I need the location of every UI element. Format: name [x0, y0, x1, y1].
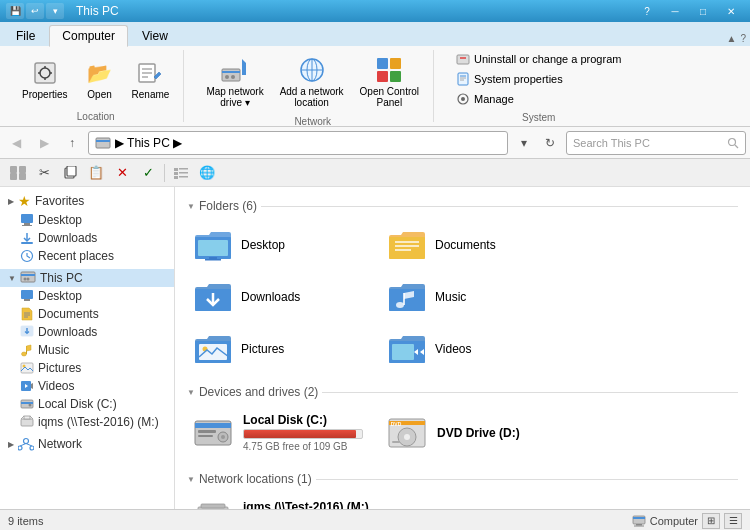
toolbar-check[interactable]: ✓ — [136, 162, 160, 184]
manage-button[interactable]: Manage — [450, 90, 627, 108]
toolbar-paste[interactable]: 📋 — [84, 162, 108, 184]
minimize-button[interactable]: ─ — [662, 3, 688, 19]
tab-computer[interactable]: Computer — [49, 25, 128, 47]
svg-line-34 — [735, 145, 738, 148]
sidebar-favorites-header[interactable]: ▶ ★ Favorites — [0, 191, 174, 211]
qat-undo[interactable]: ↩ — [26, 3, 44, 19]
add-location-button[interactable]: Add a networklocation — [274, 50, 350, 112]
sidebar-network-header[interactable]: ▶ Network — [0, 435, 174, 453]
address-path[interactable]: ▶ This PC ▶ — [88, 131, 508, 155]
desktop2-icon — [20, 289, 34, 303]
network-iqms[interactable]: iqms (\\Test-2016) (M:) 24.0 GB free of … — [187, 494, 738, 509]
sidebar-item-pictures[interactable]: Pictures — [0, 359, 174, 377]
properties-button[interactable]: Properties — [16, 53, 74, 104]
downloads2-icon — [20, 325, 34, 339]
view-list[interactable]: ☰ — [724, 513, 742, 529]
sidebar-item-recent[interactable]: Recent places — [0, 247, 174, 265]
folder-pictures-inner: Pictures — [193, 331, 371, 367]
view-large-icon[interactable]: ⊞ — [702, 513, 720, 529]
svg-line-74 — [30, 416, 33, 419]
svg-rect-119 — [633, 517, 645, 519]
refresh-button[interactable]: ↻ — [538, 131, 562, 155]
svg-rect-46 — [179, 176, 188, 178]
folder-desktop[interactable]: Desktop — [187, 221, 377, 269]
back-button[interactable]: ◀ — [4, 131, 28, 155]
folder-music[interactable]: Music — [381, 273, 571, 321]
close-button[interactable]: ✕ — [718, 3, 744, 19]
svg-rect-114 — [201, 504, 225, 508]
up-button[interactable]: ↑ — [60, 131, 84, 155]
svg-rect-65 — [21, 363, 33, 373]
open-button[interactable]: 📂 Open — [78, 53, 122, 104]
sidebar-item-desktop2[interactable]: Desktop — [0, 287, 174, 305]
forward-button[interactable]: ▶ — [32, 131, 56, 155]
svg-rect-90 — [389, 289, 425, 311]
sidebar-thispc-header[interactable]: ▼ This PC — [0, 269, 174, 287]
ribbon-help[interactable]: ? — [740, 33, 746, 44]
svg-rect-45 — [174, 176, 178, 179]
folder-documents[interactable]: Documents — [381, 221, 571, 269]
toolbar-delete[interactable]: ✕ — [110, 162, 134, 184]
sidebar-item-local-disk[interactable]: Local Disk (C:) — [0, 395, 174, 413]
ribbon-content: Properties 📂 Open — [0, 46, 750, 126]
window-title: This PC — [76, 4, 119, 18]
svg-point-55 — [26, 278, 29, 281]
add-location-label: Add a networklocation — [280, 86, 344, 108]
folder-pictures[interactable]: Pictures — [187, 325, 377, 373]
folders-collapse[interactable]: ▼ — [187, 202, 195, 211]
sidebar-item-music[interactable]: Music — [0, 341, 174, 359]
drive-c-name: Local Disk (C:) — [243, 413, 363, 427]
drives-collapse[interactable]: ▼ — [187, 388, 195, 397]
content-area: ▼ Folders (6) Desktop — [175, 187, 750, 509]
network-collapse[interactable]: ▼ — [187, 475, 195, 484]
svg-rect-49 — [22, 225, 32, 226]
downloads-icon — [20, 231, 34, 245]
rename-button[interactable]: Rename — [126, 53, 176, 104]
svg-rect-43 — [174, 172, 178, 175]
dropdown-button[interactable]: ▾ — [512, 131, 536, 155]
svg-rect-82 — [198, 240, 228, 256]
toolbar-list[interactable] — [169, 162, 193, 184]
sidebar-item-documents[interactable]: Documents — [0, 305, 174, 323]
sidebar-item-desktop[interactable]: Desktop — [0, 211, 174, 229]
path-text: ▶ This PC ▶ — [115, 136, 182, 150]
drive-d[interactable]: DVD DVD Drive (D:) — [381, 407, 571, 458]
qat-dropdown[interactable]: ▾ — [46, 3, 64, 19]
sidebar-item-downloads[interactable]: Downloads — [0, 229, 174, 247]
folder-music-label: Music — [435, 290, 466, 304]
ribbon-collapse[interactable]: ▲ — [727, 33, 737, 44]
thispc-icon — [20, 271, 36, 285]
network-group-label: Network — [294, 114, 331, 127]
help-button[interactable]: ? — [634, 3, 660, 19]
sidebar-section-favorites: ▶ ★ Favorites Desktop Downloads Recent p… — [0, 191, 174, 265]
downloads-folder-icon — [193, 279, 233, 315]
tab-view[interactable]: View — [130, 26, 180, 46]
sidebar-item-videos[interactable]: Videos — [0, 377, 174, 395]
uninstall-button[interactable]: Uninstall or change a program — [450, 50, 627, 68]
favorites-star-icon: ★ — [18, 193, 31, 209]
maximize-button[interactable]: □ — [690, 3, 716, 19]
map-drive-button[interactable]: Map networkdrive ▾ — [200, 50, 269, 112]
toolbar-view-icon[interactable] — [6, 162, 30, 184]
folder-downloads-inner: Downloads — [193, 279, 371, 315]
toolbar-copy[interactable] — [58, 162, 82, 184]
qat-save[interactable]: 💾 — [6, 3, 24, 19]
system-props-button[interactable]: System properties — [450, 70, 627, 88]
search-box[interactable]: Search This PC — [566, 131, 746, 155]
drive-c-bar — [244, 430, 356, 438]
toolbar-globe[interactable]: 🌐 — [195, 162, 219, 184]
tab-file[interactable]: File — [4, 26, 47, 46]
drive-c[interactable]: Local Disk (C:) 4.75 GB free of 109 GB — [187, 407, 377, 458]
open-control-button[interactable]: Open ControlPanel — [354, 50, 425, 112]
location-items: Properties 📂 Open — [16, 50, 175, 107]
toolbar-cut[interactable]: ✂ — [32, 162, 56, 184]
sidebar-item-downloads2[interactable]: Downloads — [0, 323, 174, 341]
svg-rect-22 — [390, 71, 401, 82]
folder-downloads[interactable]: Downloads — [187, 273, 377, 321]
folder-pictures-label: Pictures — [241, 342, 284, 356]
folder-videos[interactable]: Videos — [381, 325, 571, 373]
sidebar-item-iqms[interactable]: iqms (\\Test-2016) (M:) — [0, 413, 174, 431]
system-group-label: System — [522, 110, 555, 123]
properties-label: Properties — [22, 89, 68, 100]
svg-point-109 — [404, 434, 410, 440]
